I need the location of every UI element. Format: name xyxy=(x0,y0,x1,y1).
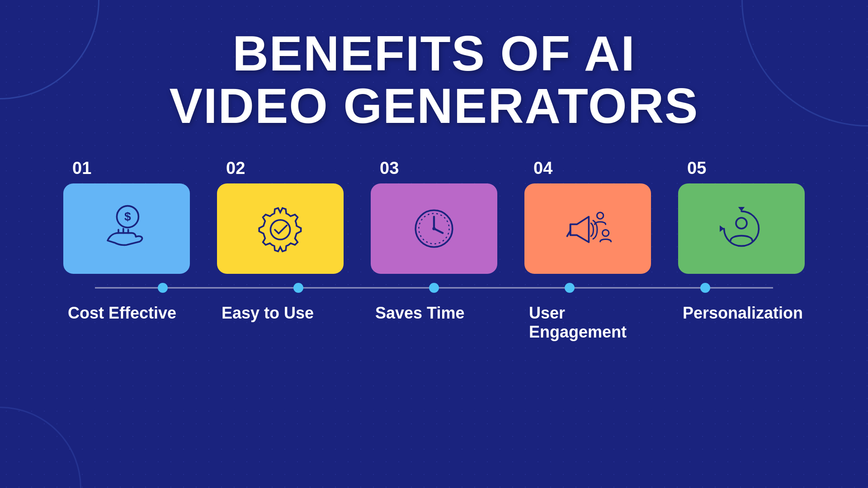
benefit-label-1: Cost Effective xyxy=(63,304,190,342)
timeline-dots xyxy=(95,283,773,293)
benefit-number-5: 05 xyxy=(678,159,805,178)
benefit-number-2: 02 xyxy=(217,159,344,178)
timeline-dot-5 xyxy=(700,283,710,293)
timeline-dot-1 xyxy=(158,283,168,293)
page-title: BENEFITS OF AI VIDEO GENERATORS xyxy=(170,27,699,131)
benefits-section: 01 02 03 04 05 $ xyxy=(50,159,818,342)
benefit-label-2: Easy to Use xyxy=(217,304,344,342)
svg-text:$: $ xyxy=(124,210,131,223)
timeline-row xyxy=(50,283,818,293)
benefit-number-1: 01 xyxy=(63,159,190,178)
timeline-dot-3 xyxy=(429,283,439,293)
numbers-row: 01 02 03 04 05 xyxy=(50,159,818,178)
main-content: BENEFITS OF AI VIDEO GENERATORS 01 02 03… xyxy=(0,0,868,488)
svg-point-2 xyxy=(270,220,290,239)
benefit-label-4: User Engagement xyxy=(524,304,651,342)
benefit-number-4: 04 xyxy=(524,159,651,178)
icons-row: $ xyxy=(50,183,818,274)
svg-point-10 xyxy=(602,230,609,236)
benefit-card-5 xyxy=(678,183,805,274)
svg-point-12 xyxy=(736,218,747,229)
svg-point-7 xyxy=(432,227,435,230)
benefit-card-2 xyxy=(217,183,344,274)
megaphone-people-icon xyxy=(561,202,615,256)
person-circle-arrows-icon xyxy=(714,202,769,256)
money-hand-icon: $ xyxy=(99,202,154,256)
benefit-label-5: Personalization xyxy=(678,304,805,342)
clock-icon xyxy=(407,202,461,256)
labels-row: Cost Effective Easy to Use Saves Time Us… xyxy=(50,304,818,342)
timeline-dot-4 xyxy=(565,283,575,293)
timeline-dot-2 xyxy=(293,283,303,293)
gear-check-icon xyxy=(253,202,307,256)
benefit-card-4 xyxy=(524,183,651,274)
benefit-label-3: Saves Time xyxy=(371,304,497,342)
benefit-card-1: $ xyxy=(63,183,190,274)
svg-point-9 xyxy=(597,212,603,219)
benefit-card-3 xyxy=(371,183,497,274)
benefit-number-3: 03 xyxy=(371,159,497,178)
